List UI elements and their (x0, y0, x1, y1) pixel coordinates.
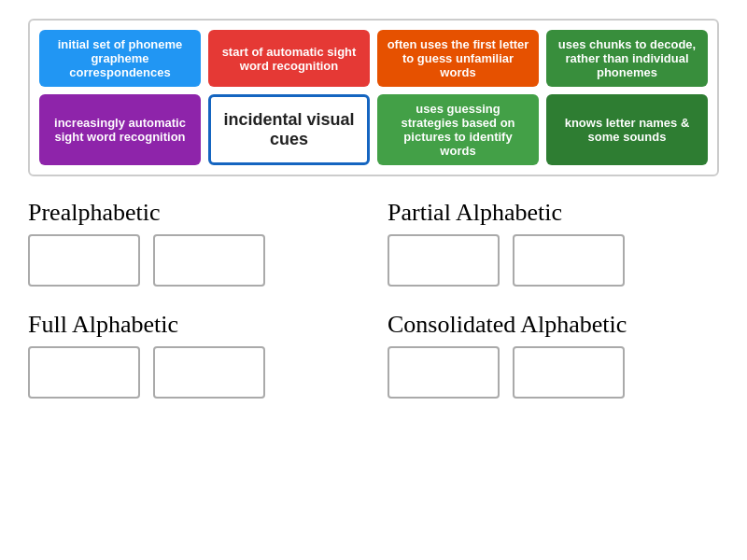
drop-box-prealphabetic-0[interactable] (28, 234, 140, 287)
section-label-full-alphabetic: Full Alphabetic (28, 311, 359, 339)
drop-row-prealphabetic (28, 234, 359, 287)
section-consolidated-alphabetic: Consolidated Alphabetic (388, 311, 719, 399)
card-card2[interactable]: start of automatic sight word recognitio… (208, 30, 370, 87)
card-card6[interactable]: incidental visual cues (208, 94, 370, 165)
card-card7[interactable]: uses guessing strategies based on pictur… (377, 94, 539, 165)
section-full-alphabetic: Full Alphabetic (28, 311, 359, 399)
drop-box-consolidated-alphabetic-1[interactable] (513, 346, 625, 399)
card-bank: initial set of phoneme grapheme correspo… (28, 19, 719, 176)
drop-box-full-alphabetic-1[interactable] (153, 346, 265, 399)
card-card5[interactable]: increasingly automatic sight word recogn… (39, 94, 201, 165)
drop-box-partial-alphabetic-1[interactable] (513, 234, 625, 287)
drop-row-consolidated-alphabetic (388, 346, 719, 399)
card-card4[interactable]: uses chunks to decode, rather than indiv… (546, 30, 708, 87)
section-label-partial-alphabetic: Partial Alphabetic (388, 199, 719, 227)
drop-box-prealphabetic-1[interactable] (153, 234, 265, 287)
section-prealphabetic: Prealphabetic (28, 199, 359, 287)
card-card1[interactable]: initial set of phoneme grapheme correspo… (39, 30, 201, 87)
section-partial-alphabetic: Partial Alphabetic (388, 199, 719, 287)
card-card3[interactable]: often uses the first letter to guess unf… (377, 30, 539, 87)
drop-box-consolidated-alphabetic-0[interactable] (388, 346, 500, 399)
drop-box-full-alphabetic-0[interactable] (28, 346, 140, 399)
drop-row-partial-alphabetic (388, 234, 719, 287)
section-label-consolidated-alphabetic: Consolidated Alphabetic (388, 311, 719, 339)
section-label-prealphabetic: Prealphabetic (28, 199, 359, 227)
drop-row-full-alphabetic (28, 346, 359, 399)
card-card8[interactable]: knows letter names & some sounds (546, 94, 708, 165)
page: initial set of phoneme grapheme correspo… (0, 0, 747, 432)
drop-box-partial-alphabetic-0[interactable] (388, 234, 500, 287)
sections-grid: PrealphabeticPartial AlphabeticFull Alph… (28, 199, 719, 413)
